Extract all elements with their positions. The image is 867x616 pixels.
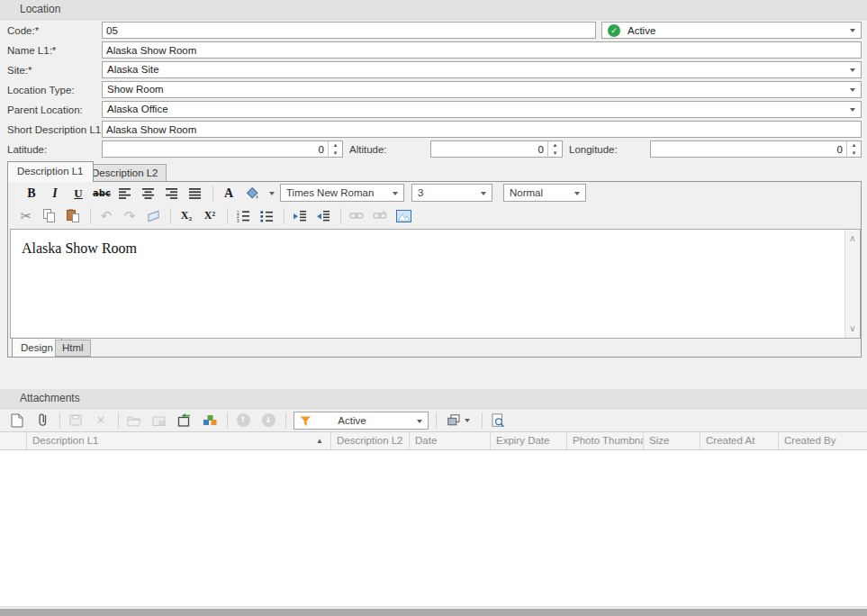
tab-description-l1[interactable]: Description L1 bbox=[7, 161, 94, 182]
tab-description-l2[interactable]: Description L2 bbox=[84, 164, 167, 182]
font-size-combo[interactable]: 3 bbox=[411, 184, 492, 202]
site-value: Alaska Site bbox=[107, 64, 159, 75]
latitude-input[interactable] bbox=[103, 141, 327, 157]
move-up-icon: ↑ bbox=[231, 411, 255, 430]
tab-html[interactable]: Html bbox=[55, 340, 91, 357]
font-family-combo[interactable]: Times New Roman bbox=[280, 184, 404, 202]
location-type-value: Show Room bbox=[107, 84, 164, 95]
toolbar-separator bbox=[436, 412, 437, 429]
longitude-label: Longitude: bbox=[569, 140, 618, 159]
code-input[interactable] bbox=[102, 22, 596, 39]
clear-formatting-icon[interactable] bbox=[142, 207, 164, 225]
subscript-button[interactable]: X₂ bbox=[176, 207, 197, 225]
editor-surface: Alaska Show Room ∧ ∨ bbox=[10, 229, 861, 339]
editor-content[interactable]: Alaska Show Room bbox=[11, 230, 844, 338]
thumbnails-view-icon[interactable] bbox=[198, 411, 221, 430]
code-row: Code:* ✓ Active bbox=[0, 22, 867, 40]
column-header-size[interactable]: Size bbox=[644, 432, 700, 449]
spin-down-icon[interactable]: ▾ bbox=[329, 149, 342, 158]
underline-button[interactable]: U bbox=[68, 185, 89, 203]
filter-value: Active bbox=[294, 413, 410, 429]
decrease-indent-icon[interactable] bbox=[312, 207, 334, 225]
attachments-filter-combo[interactable]: Active bbox=[294, 412, 429, 430]
toolbar-separator bbox=[170, 208, 171, 224]
font-size-value: 3 bbox=[418, 187, 423, 198]
paragraph-style-combo[interactable]: Normal bbox=[503, 184, 586, 202]
chevron-down-icon bbox=[850, 68, 855, 72]
column-header-date[interactable]: Date bbox=[410, 432, 491, 449]
numbered-list-icon[interactable]: 123 bbox=[232, 207, 254, 225]
parent-location-combo[interactable]: Alaska Office bbox=[102, 101, 862, 118]
altitude-spin-buttons[interactable]: ▴ ▾ bbox=[547, 141, 562, 157]
scroll-up-icon[interactable]: ∧ bbox=[845, 231, 860, 246]
color-dropdown-icon[interactable] bbox=[265, 185, 279, 203]
scroll-down-icon[interactable]: ∨ bbox=[845, 322, 860, 336]
column-header-description-l2[interactable]: Description L2 bbox=[331, 432, 410, 449]
spin-up-icon[interactable]: ▴ bbox=[548, 141, 562, 149]
longitude-input[interactable] bbox=[651, 141, 845, 157]
align-left-icon[interactable] bbox=[114, 185, 136, 203]
card-view-button[interactable] bbox=[440, 411, 476, 430]
column-header-created-at[interactable]: Created At bbox=[700, 432, 779, 449]
export-window-icon[interactable] bbox=[173, 411, 196, 430]
editor-scrollbar[interactable]: ∧ ∨ bbox=[844, 230, 860, 338]
column-header-created-by[interactable]: Created By bbox=[779, 432, 867, 449]
altitude-input[interactable] bbox=[431, 141, 546, 157]
editor-edit-toolbar: ✂ ↶ ↷ X₂ X² 123 bbox=[8, 204, 861, 227]
column-header-expiry-date[interactable]: Expiry Date bbox=[491, 432, 567, 449]
italic-button[interactable]: I bbox=[44, 185, 66, 203]
bold-button[interactable]: B bbox=[21, 185, 42, 203]
spin-down-icon[interactable]: ▾ bbox=[847, 149, 861, 158]
parent-location-row: Parent Location: Alaska Office bbox=[0, 101, 867, 119]
redo-icon: ↷ bbox=[119, 207, 140, 225]
bullet-list-icon[interactable] bbox=[256, 207, 277, 225]
location-form-window: Location Code:* ✓ Active Name L1:* Site:… bbox=[0, 0, 867, 616]
chevron-down-icon bbox=[417, 420, 422, 423]
toolbar-separator bbox=[285, 412, 286, 429]
strikethrough-button[interactable]: abc bbox=[91, 185, 113, 203]
spin-up-icon[interactable]: ▴ bbox=[329, 141, 342, 149]
spin-down-icon[interactable]: ▾ bbox=[548, 149, 562, 158]
column-header-description-l1[interactable]: Description L1 ▲ bbox=[27, 432, 331, 449]
location-type-combo[interactable]: Show Room bbox=[102, 81, 862, 98]
justify-icon[interactable] bbox=[185, 185, 206, 203]
longitude-spinner[interactable]: ▴ ▾ bbox=[650, 140, 862, 158]
short-description-label: Short Description L1: bbox=[7, 121, 104, 139]
longitude-spin-buttons[interactable]: ▴ ▾ bbox=[846, 141, 861, 157]
attachments-group-header: Attachments bbox=[0, 389, 867, 409]
column-header-photo-thumbnail[interactable]: Photo Thumbnail bbox=[567, 432, 644, 449]
active-status-icon: ✓ bbox=[608, 24, 620, 37]
location-type-row: Location Type: Show Room bbox=[0, 81, 867, 99]
altitude-spinner[interactable]: ▴ ▾ bbox=[430, 140, 563, 158]
new-attachment-icon[interactable] bbox=[5, 411, 29, 430]
toolbar-separator bbox=[340, 208, 341, 224]
font-color-button[interactable]: A bbox=[218, 185, 239, 203]
status-value: Active bbox=[628, 23, 655, 39]
preview-icon[interactable] bbox=[486, 411, 510, 430]
latitude-spinner[interactable]: ▴ ▾ bbox=[102, 140, 343, 158]
open-folder-icon bbox=[122, 411, 146, 430]
status-combo[interactable]: ✓ Active bbox=[601, 22, 862, 39]
site-row: Site:* Alaska Site bbox=[0, 61, 867, 79]
site-combo[interactable]: Alaska Site bbox=[102, 61, 862, 78]
fill-color-icon[interactable] bbox=[241, 185, 263, 203]
align-center-icon[interactable] bbox=[138, 185, 159, 203]
align-right-icon[interactable] bbox=[161, 185, 183, 203]
attach-file-icon[interactable] bbox=[31, 411, 54, 430]
delete-attachment-icon: ✕ bbox=[89, 411, 113, 430]
svg-text:3: 3 bbox=[237, 219, 239, 222]
name-input[interactable] bbox=[102, 41, 862, 59]
increase-indent-icon[interactable] bbox=[289, 207, 311, 225]
toolbar-separator bbox=[482, 412, 483, 429]
superscript-button[interactable]: X² bbox=[199, 207, 221, 225]
paste-icon[interactable] bbox=[62, 207, 84, 225]
latitude-spin-buttons[interactable]: ▴ ▾ bbox=[328, 141, 342, 157]
cut-icon[interactable]: ✂ bbox=[15, 207, 37, 225]
toolbar-separator bbox=[227, 412, 228, 429]
toolbar-separator bbox=[227, 208, 228, 224]
toolbar-separator bbox=[90, 208, 91, 224]
copy-icon[interactable] bbox=[39, 207, 60, 225]
spin-up-icon[interactable]: ▴ bbox=[847, 141, 861, 149]
short-description-input[interactable] bbox=[102, 121, 862, 138]
insert-image-icon[interactable] bbox=[393, 207, 414, 225]
